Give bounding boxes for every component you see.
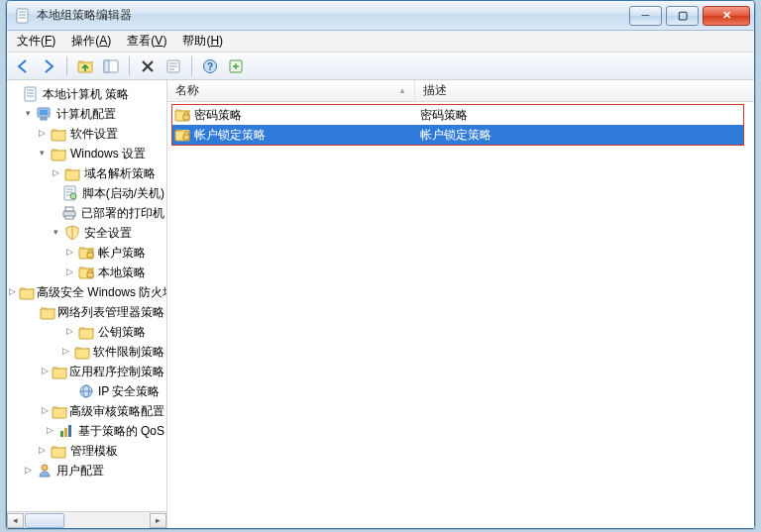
folder-icon [51,127,66,141]
menu-file[interactable]: 文件(F) [17,33,55,50]
security-icon [64,225,80,241]
tree-admin-templates[interactable]: ▷ 管理模板 [9,441,166,461]
column-header-desc[interactable]: 描述 [415,80,754,101]
tree-public-key[interactable]: ▷ 公钥策略 [9,322,166,342]
tree-label: 基于策略的 QoS [78,423,164,440]
computer-icon [37,106,53,122]
menubar: 文件(F) 操作(A) 查看(V) 帮助(H) [7,31,754,53]
toggle-tree-button[interactable] [99,55,123,77]
up-button[interactable] [73,55,97,77]
panel-icon [103,58,119,74]
tree-local-policies[interactable]: ▷ 本地策略 [9,263,166,282]
sort-indicator-icon: ▲ [398,86,406,95]
tree-advanced-audit[interactable]: ▷ 高级审核策略配置 [9,401,166,421]
tree-policy-qos[interactable]: ▷ 基于策略的 QoS [9,421,166,441]
toolbar-separator [66,56,67,76]
tree-label: 计算机配置 [56,106,116,123]
close-button[interactable]: ✕ [703,6,750,26]
tree-account-policies[interactable]: ▷ 帐户策略 [9,243,166,263]
tree-deployed-printers[interactable]: ▷ 已部署的打印机 [9,203,166,223]
cell-desc: 密码策略 [414,107,743,124]
close-icon: ✕ [722,10,731,21]
tree-root[interactable]: ▷ 本地计算机 策略 [9,84,166,104]
tree-ip-security[interactable]: ▷ IP 安全策略 [9,381,166,401]
tree-software-settings[interactable]: ▷ 软件设置 [9,124,166,144]
toolbar [7,53,754,80]
ipsec-icon [78,383,94,399]
menu-view[interactable]: 查看(V) [127,33,166,50]
tree-label: 用户配置 [56,463,104,479]
tree-label: 软件限制策略 [93,344,164,361]
policy-doc-icon [23,86,39,102]
column-label: 名称 [175,82,199,99]
tree-label: IP 安全策略 [98,383,160,400]
printer-icon [61,205,77,221]
tree-software-restriction[interactable]: ▷ 软件限制策略 [9,342,166,362]
folder-lock-icon [174,127,190,143]
menu-action[interactable]: 操作(A) [71,33,111,50]
folder-lock-icon [174,107,190,123]
list-body[interactable]: 密码策略 密码策略 帐户锁定策略 帐户锁定策略 [167,102,754,148]
column-header-name[interactable]: 名称 ▲ [167,80,415,101]
tree-computer-config[interactable]: ▾ 计算机配置 [9,104,166,124]
folder-icon [19,285,33,299]
forward-button[interactable] [37,55,60,77]
tree-advanced-security[interactable]: ▷ 高级安全 Windows 防火墙 [9,282,166,302]
tree-network-list[interactable]: ▷ 网络列表管理器策略 [9,302,166,322]
tree-app-control[interactable]: ▷ 应用程序控制策略 [9,362,166,381]
tree-name-resolution[interactable]: ▷ 域名解析策略 [9,163,166,183]
export-icon [228,58,244,74]
arrow-left-icon [15,58,31,74]
folder-icon [52,365,65,378]
tree-scroll[interactable]: ▷ 本地计算机 策略 ▾ 计算机配置 ▷ 软件设置 ▾ W [7,80,166,511]
minimize-button[interactable]: ─ [629,6,662,26]
properties-button[interactable] [162,55,185,77]
toolbar-separator [191,56,192,76]
tree-hscrollbar[interactable]: ◂ ▸ [7,511,166,528]
tree-label: 应用程序控制策略 [69,364,164,380]
export-button[interactable] [224,55,248,77]
tree-scripts[interactable]: ▷ 脚本(启动/关机) [9,183,166,203]
tree-label: 管理模板 [70,443,118,460]
back-button[interactable] [11,55,35,77]
content-split: ▷ 本地计算机 策略 ▾ 计算机配置 ▷ 软件设置 ▾ W [7,80,754,528]
user-icon [37,463,53,479]
folder-up-icon [77,58,93,74]
maximize-button[interactable]: ▢ [666,6,699,26]
folder-lock-icon [78,265,94,280]
tree-label: Windows 设置 [70,146,146,162]
maximize-icon: ▢ [678,10,688,21]
tree-user-config[interactable]: ▷ 用户配置 [9,461,166,480]
folder-icon [78,325,94,339]
qos-icon [58,423,74,439]
tree-label: 域名解析策略 [84,165,156,182]
folder-lock-icon [78,245,94,261]
folder-icon [52,404,65,418]
list-row[interactable]: 密码策略 密码策略 [172,105,743,125]
titlebar[interactable]: 本地组策略编辑器 ─ ▢ ✕ [7,1,754,31]
minimize-icon: ─ [642,10,650,21]
tree-label: 网络列表管理器策略 [57,304,164,321]
cell-name: 密码策略 [194,107,242,124]
tree-security-settings[interactable]: ▾ 安全设置 [9,223,166,243]
tree-label: 公钥策略 [98,324,146,341]
window: 本地组策略编辑器 ─ ▢ ✕ 文件(F) 操作(A) 查看(V) 帮助(H) [6,0,755,529]
help-button[interactable] [198,55,222,77]
scroll-thumb[interactable] [25,513,64,528]
arrow-right-icon [41,58,56,74]
properties-icon [165,58,181,74]
folder-icon [40,305,54,319]
tree-label: 高级审核策略配置 [69,403,164,420]
folder-icon [51,444,66,458]
tree-label: 本地计算机 策略 [43,86,129,103]
scroll-track[interactable] [24,513,150,528]
scroll-right-button[interactable]: ▸ [150,513,166,528]
menu-help[interactable]: 帮助(H) [182,33,223,50]
cell-desc: 帐户锁定策略 [414,127,743,144]
scroll-left-button[interactable]: ◂ [7,513,24,528]
delete-button[interactable] [136,55,160,77]
tree-label: 高级安全 Windows 防火墙 [37,284,166,301]
list-row-selected[interactable]: 帐户锁定策略 帐户锁定策略 [172,125,743,145]
script-icon [62,185,78,201]
tree-windows-settings[interactable]: ▾ Windows 设置 [9,144,166,163]
